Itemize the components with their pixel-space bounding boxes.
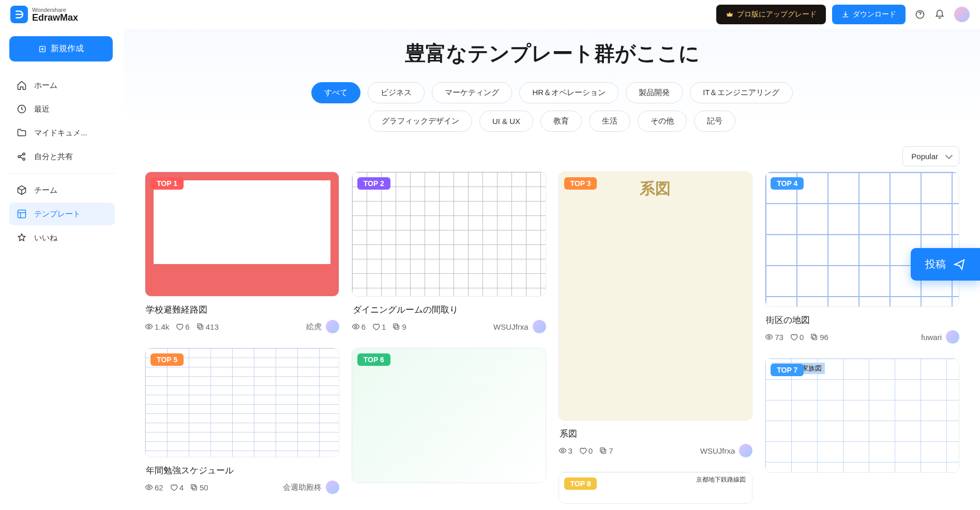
sidebar-item-label: マイドキュメ... — [34, 128, 87, 138]
sidebar-item-4[interactable]: チーム — [9, 179, 115, 202]
rank-badge: TOP 8 — [564, 477, 597, 490]
template-card-3[interactable]: TOP 6 — [352, 348, 546, 483]
star-icon — [17, 233, 27, 243]
likes-stat: 6 — [175, 322, 189, 331]
chip-10[interactable]: その他 — [638, 111, 687, 132]
chip-2[interactable]: マーケティング — [432, 82, 512, 103]
card-author[interactable]: WSUJfrxa — [700, 444, 753, 457]
views-stat: 73 — [765, 333, 783, 342]
card-author[interactable]: 会週助殿柊 — [283, 481, 339, 494]
card-author[interactable]: fuwari — [921, 330, 959, 344]
clock-icon — [17, 104, 27, 114]
likes-stat: 0 — [579, 446, 593, 455]
download-button[interactable]: ダウンロード — [832, 5, 906, 24]
main: 豊富なテンプレート群がここに すべてビジネスマーケティングHR＆オペレーション製… — [124, 0, 980, 510]
author-avatar — [326, 481, 339, 494]
logo[interactable]: ∋ Wondershare EdrawMax — [10, 6, 78, 23]
author-avatar — [946, 330, 959, 344]
svg-rect-18 — [600, 448, 605, 452]
rank-badge: TOP 6 — [357, 353, 390, 366]
template-card-0[interactable]: TOP 1学校避難経路図1.4k6413絵虎 — [145, 172, 339, 333]
chip-0[interactable]: すべて — [311, 82, 360, 103]
rank-badge: TOP 1 — [150, 177, 184, 190]
chip-3[interactable]: HR＆オペレーション — [519, 82, 619, 103]
bell-icon[interactable] — [934, 9, 945, 20]
views-stat: 62 — [145, 483, 163, 492]
template-grid: TOP 1学校避難経路図1.4k6413絵虎TOP 5年間勉強スケジュール624… — [145, 172, 959, 510]
chip-9[interactable]: 生活 — [589, 111, 630, 132]
template-card-5[interactable]: TOP 8京都地下鉄路線図 — [559, 472, 753, 504]
card-thumb[interactable]: TOP 4 — [765, 172, 959, 307]
rank-badge: TOP 7 — [771, 364, 804, 376]
svg-rect-15 — [394, 324, 398, 328]
home-icon — [17, 80, 27, 90]
card-thumb[interactable]: TOP 8京都地下鉄路線図 — [559, 472, 753, 504]
card-thumb[interactable]: TOP 7田中家の家族図 — [765, 358, 959, 473]
card-title: 学校避難経路図 — [146, 304, 338, 316]
chip-11[interactable]: 記号 — [694, 111, 735, 132]
sort-selected: Popular — [911, 152, 938, 161]
sort-select[interactable]: Popular — [902, 146, 959, 166]
share-icon — [17, 151, 27, 162]
card-thumb[interactable]: TOP 2 — [352, 172, 546, 297]
svg-rect-12 — [191, 485, 195, 489]
rank-badge: TOP 2 — [357, 177, 390, 190]
category-chips: すべてビジネスマーケティングHR＆オペレーション製品開発IT＆エンジニアリンググ… — [294, 82, 811, 132]
svg-rect-14 — [395, 325, 399, 329]
upgrade-button[interactable]: プロ版にアップグレード — [716, 5, 826, 24]
card-thumb[interactable]: TOP 6 — [352, 348, 546, 483]
svg-rect-11 — [192, 486, 197, 490]
chip-6[interactable]: グラフィックデザイン — [369, 111, 472, 132]
template-card-2[interactable]: TOP 2ダイニングルームの間取り619WSUJfrxa — [352, 172, 546, 333]
sidebar-item-1[interactable]: 最近 — [9, 98, 115, 120]
sidebar-item-label: テンプレート — [34, 209, 81, 219]
card-author[interactable]: 絵虎 — [306, 320, 339, 333]
chip-1[interactable]: ビジネス — [368, 82, 425, 103]
svg-rect-8 — [199, 325, 203, 329]
svg-rect-20 — [813, 335, 817, 339]
card-meta: 73096fuwari — [765, 330, 959, 344]
template-card-1[interactable]: TOP 5年間勉強スケジュール62450会週助殿柊 — [145, 348, 339, 494]
help-icon[interactable] — [915, 9, 925, 20]
sidebar-item-5[interactable]: テンプレート — [9, 203, 115, 225]
topbar: ∋ Wondershare EdrawMax プロ版にアップグレード ダウンロー… — [0, 0, 980, 29]
svg-point-10 — [148, 486, 150, 488]
sidebar-item-0[interactable]: ホーム — [9, 74, 115, 97]
card-thumb[interactable]: TOP 1 — [145, 172, 339, 297]
card-meta: 307WSUJfrxa — [559, 444, 753, 457]
chip-5[interactable]: IT＆エンジニアリング — [690, 82, 792, 103]
hero-title: 豊富なテンプレート群がここに — [145, 39, 959, 68]
likes-stat: 0 — [790, 333, 804, 342]
rank-badge: TOP 5 — [150, 353, 184, 366]
chip-4[interactable]: 製品開発 — [626, 82, 683, 103]
card-thumb[interactable]: TOP 5 — [145, 348, 339, 457]
download-icon — [841, 10, 850, 19]
sidebar-item-6[interactable]: いいね — [9, 226, 115, 249]
card-meta: 619WSUJfrxa — [352, 320, 546, 333]
download-label: ダウンロード — [853, 10, 896, 19]
author-avatar — [739, 444, 752, 457]
sidebar-item-3[interactable]: 自分と共有 — [9, 145, 115, 168]
sidebar-item-2[interactable]: マイドキュメ... — [9, 121, 115, 144]
author-avatar — [533, 320, 546, 333]
card-title: 年間勉強スケジュール — [146, 465, 338, 476]
brand-top: Wondershare — [32, 7, 78, 13]
post-fab-label: 投稿 — [925, 257, 946, 271]
chip-8[interactable]: 教育 — [540, 111, 582, 132]
user-avatar[interactable] — [954, 7, 970, 22]
views-stat: 3 — [559, 446, 572, 455]
post-fab[interactable]: 投稿 — [911, 248, 980, 281]
card-author[interactable]: WSUJfrxa — [493, 320, 546, 333]
template-card-4[interactable]: TOP 3系図307WSUJfrxa — [559, 172, 753, 457]
svg-rect-21 — [811, 334, 816, 338]
card-title: ダイニングルームの間取り — [353, 304, 545, 316]
copies-stat: 7 — [599, 446, 613, 455]
new-button[interactable]: 新規作成 — [9, 36, 113, 61]
svg-point-7 — [148, 326, 150, 328]
svg-rect-9 — [197, 324, 201, 328]
sidebar-item-label: 最近 — [34, 104, 50, 114]
card-thumb[interactable]: TOP 3 — [559, 172, 753, 421]
chip-7[interactable]: UI & UX — [479, 111, 533, 132]
plus-icon — [38, 45, 47, 53]
template-card-7[interactable]: TOP 7田中家の家族図 — [765, 358, 959, 473]
